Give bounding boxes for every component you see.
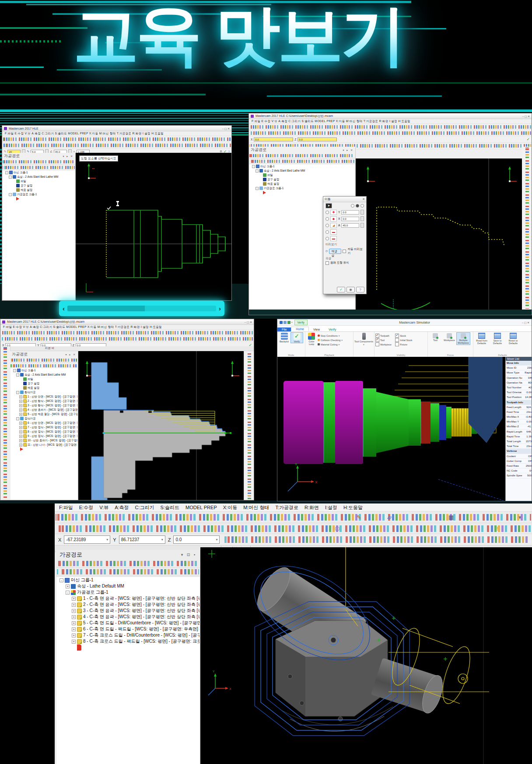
tool-components-button[interactable]: Tool Components▾ <box>354 333 373 346</box>
tree-item[interactable]: + 3 - 선반 황삭 - [WCS: 평면] - [공구평면: 평면] <box>10 403 77 408</box>
tree-item[interactable]: + 10 - 선반 홈파기 - [WCS: 평면] - [공구평면: 평면] <box>10 438 77 443</box>
tree-item[interactable]: - 머신 그룹-1 <box>3 170 75 175</box>
tree-item[interactable]: - 머신 그룹-1 <box>56 577 200 583</box>
material-cutting-menu[interactable]: Material Cutting▾ <box>318 342 343 346</box>
color-loop-button[interactable]: Color Loop <box>306 333 317 345</box>
visibility-option[interactable]: Workpiece <box>375 342 392 346</box>
expand-toggle-icon[interactable]: - <box>9 176 12 179</box>
tree-item[interactable]: - 속성 - 2 Axis Slant Bed Lathe MM <box>3 175 75 179</box>
tree-item[interactable]: + 3 - C-축 면 윤곽 - [WCS: 평면] - [공구평면: 선반 상… <box>56 608 200 614</box>
focus-button[interactable]: Tool <box>429 333 442 342</box>
visibility-option[interactable]: Tool <box>375 338 392 342</box>
tree-item[interactable]: 파일 <box>10 377 77 381</box>
graphics-viewport[interactable]: 도형 요소를 선택하십시오 <box>76 153 231 300</box>
move-list-row[interactable]: Coolant Off <box>506 454 532 459</box>
tree-item[interactable]: 공구 설정 <box>3 183 75 188</box>
tree-item[interactable]: + 8 - C-축 크로스 드릴 - 팩드릴 - [WCS: 평면] - [공구… <box>56 638 200 644</box>
panel-controls[interactable]: ▾ ▸ ✕ <box>343 148 354 151</box>
ribbon-tab[interactable]: Home <box>291 327 309 331</box>
x-field[interactable]: -67.23189▾ <box>64 535 110 544</box>
regenerate-button[interactable]: 재생성 <box>329 249 341 254</box>
move-list-title[interactable]: Move List <box>506 357 532 361</box>
tree-item[interactable]: - 머신 그룹-1 <box>10 368 77 373</box>
menu-item[interactable]: H:도움말 <box>343 504 363 511</box>
simulation-viewport[interactable]: Y X <box>277 357 506 501</box>
expand-toggle-icon[interactable]: + <box>19 422 22 425</box>
tree-item[interactable]: + 7 - C-축 크로스 드릴 - Drill/Counterbore - [… <box>56 632 200 638</box>
help-icon[interactable]: ? <box>356 287 364 292</box>
move-list-row[interactable]: Tool Number #2 <box>506 385 532 390</box>
move-list-row[interactable]: Total Time 23m <box>506 444 532 449</box>
coordinate-bar[interactable]: X 0.0 Z 0.0 ✓ <box>249 136 532 143</box>
move-list-row[interactable]: Cutter Comp Off <box>506 459 532 464</box>
y-field[interactable]: 0.0 <box>341 210 359 215</box>
a-field[interactable]: 45.0 <box>341 223 359 228</box>
ok-check-icon[interactable]: ✓ <box>337 287 345 292</box>
menu-item[interactable]: X:이동 <box>223 504 237 511</box>
chevron-down-icon[interactable]: ▾ <box>161 536 163 543</box>
collision-checking-menu[interactable]: Collision Checking▾ <box>318 338 343 342</box>
move-list-row[interactable]: Min/Max Z -41. <box>506 424 532 429</box>
move-list-row[interactable]: Spindle Spee 500 <box>506 473 532 478</box>
menu-item[interactable]: M:머신 형태 <box>243 504 269 511</box>
toolbar-icons[interactable] <box>223 536 528 543</box>
verify-button[interactable]: Verify <box>291 333 303 343</box>
expand-toggle-icon[interactable]: - <box>13 369 16 372</box>
window-titlebar[interactable]: Mastercam 2017 HLE – ▢ ✕ <box>2 126 231 131</box>
expand-toggle-icon[interactable]: + <box>19 439 22 442</box>
simulator-titlebar[interactable]: ▾ Verify Mastercam Simulator – ▢ ✕ <box>277 319 532 326</box>
panel-controls[interactable]: ▾ ⊡ ▪ <box>181 553 196 557</box>
qa-icon[interactable] <box>284 321 287 324</box>
tree-item[interactable]: + 5 - 선반 재료 절단 - [WCS: 평면] - [공구평면: 평면] <box>10 412 77 416</box>
move-list-row[interactable]: Feed Length 924. <box>506 405 532 410</box>
expand-toggle-icon[interactable]: + <box>72 627 76 631</box>
move-list-row[interactable]: Operation Nu 0/8 <box>506 376 532 380</box>
radio-move[interactable] <box>351 204 354 208</box>
tree-item[interactable]: + 9 - 선반 정삭 - [WCS: 평면] - [공구평면: 평면] <box>10 434 77 438</box>
chevron-down-icon[interactable]: ▾ <box>216 536 217 543</box>
expand-toggle-icon[interactable]: + <box>19 413 22 416</box>
move-list-row[interactable]: NC Code 0/ <box>506 468 532 473</box>
menu-item[interactable]: F:파일 <box>59 504 73 511</box>
radio-copy[interactable] <box>356 204 359 208</box>
tree-item[interactable]: + 2 - 선반 황삭 - [WCS: 평면] - [공구평면: 평면] <box>10 399 77 403</box>
radio-join[interactable] <box>360 204 364 208</box>
expand-toggle-icon[interactable]: - <box>60 578 63 582</box>
tree-item[interactable]: + 7 - 선반 정삭 - [WCS: 평면] - [공구평면: 평면] <box>10 425 77 430</box>
z-field[interactable]: 0.0 <box>298 137 337 141</box>
window-controls[interactable]: – ▢ ✕ <box>245 320 252 324</box>
visibility-option[interactable]: Stock <box>395 334 412 338</box>
chevron-down-icon[interactable]: ▾ <box>291 321 293 324</box>
expand-toggle-icon[interactable]: + <box>19 408 22 412</box>
tree-item[interactable]: + 4 - 선반 홈파기 - [WCS: 평면] - [공구평면: 평면] <box>10 408 77 412</box>
expand-toggle-icon[interactable]: + <box>19 426 22 429</box>
qa-icon[interactable] <box>280 321 283 324</box>
tree-item[interactable]: + 5 - C-축 면 드릴 - Drill/Counterbore - [WC… <box>56 620 200 626</box>
panel-toolbar[interactable] <box>2 159 75 165</box>
menu-item[interactable]: E:수정 <box>79 504 93 511</box>
ribbon-bar-label[interactable]: 리본 바 <box>45 346 54 350</box>
expand-toggle-icon[interactable]: + <box>72 603 76 607</box>
expand-toggle-icon[interactable]: + <box>72 640 76 644</box>
video-progress-bar[interactable]: ‹ › <box>59 301 224 316</box>
defaults-button[interactable]: Reset to Defaults <box>506 333 521 345</box>
tree-item[interactable]: + 6 - 선반 안면 - [WCS: 평면] - [공구평면: 평면] <box>10 421 77 425</box>
window-titlebar[interactable]: Mastercam 2017 HLE C:\Users\user\Desktop… <box>249 113 532 119</box>
tree-item[interactable] <box>3 197 75 201</box>
tree-item[interactable]: + 1 - 선반 안면 - [WCS: 평면] - [공구평면: 평면] <box>10 394 77 399</box>
visibility-option[interactable]: Fixture <box>395 342 412 346</box>
expand-toggle-icon[interactable]: + <box>72 634 76 637</box>
move-list-row[interactable]: Toolpath Info <box>506 400 532 405</box>
close-icon[interactable]: ✕ <box>362 197 365 201</box>
expand-toggle-icon[interactable]: + <box>19 400 22 403</box>
tree-item[interactable]: 재료 설정 <box>3 188 75 192</box>
move-list-row[interactable]: Move ID 236 <box>506 366 532 370</box>
auto-preview-checkbox[interactable] <box>343 250 346 253</box>
menu-bar[interactable]: F:파일 E:수정 V:뷰 A:측정 C:그리기 S:슬리드 MODEL PRE… <box>2 131 231 136</box>
tree-item[interactable]: + 2 - C-축 면 윤곽 - [WCS: 평면] - [공구평면: 선반 상… <box>56 602 200 608</box>
stepper[interactable] <box>360 223 364 228</box>
x-field[interactable]: 0.0 <box>341 217 359 221</box>
toolbar-row[interactable] <box>2 136 231 142</box>
expand-toggle-icon[interactable]: - <box>66 591 70 595</box>
expand-toggle-icon[interactable]: + <box>19 444 22 447</box>
